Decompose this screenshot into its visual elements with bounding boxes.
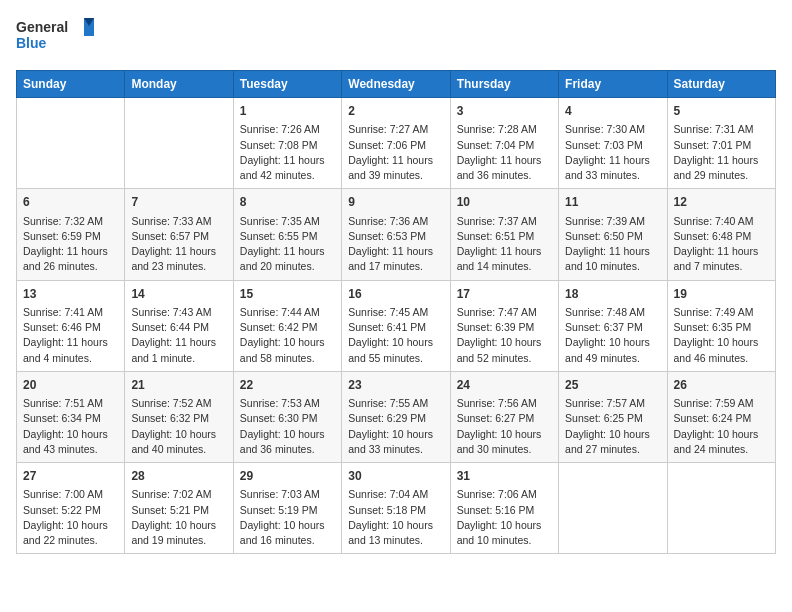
- sunrise-text: Sunrise: 7:28 AM: [457, 122, 552, 137]
- sunrise-text: Sunrise: 7:00 AM: [23, 487, 118, 502]
- svg-text:General: General: [16, 19, 68, 35]
- sunrise-text: Sunrise: 7:44 AM: [240, 305, 335, 320]
- calendar-cell: [125, 98, 233, 189]
- sunset-text: Sunset: 6:46 PM: [23, 320, 118, 335]
- day-number: 20: [23, 377, 118, 394]
- sunrise-text: Sunrise: 7:26 AM: [240, 122, 335, 137]
- sunset-text: Sunset: 6:53 PM: [348, 229, 443, 244]
- daylight-text: Daylight: 10 hours and 43 minutes.: [23, 427, 118, 457]
- daylight-text: Daylight: 10 hours and 58 minutes.: [240, 335, 335, 365]
- day-number: 30: [348, 468, 443, 485]
- sunset-text: Sunset: 7:03 PM: [565, 138, 660, 153]
- calendar-cell: 14Sunrise: 7:43 AMSunset: 6:44 PMDayligh…: [125, 280, 233, 371]
- daylight-text: Daylight: 10 hours and 10 minutes.: [457, 518, 552, 548]
- sunset-text: Sunset: 6:59 PM: [23, 229, 118, 244]
- day-number: 9: [348, 194, 443, 211]
- calendar-cell: 22Sunrise: 7:53 AMSunset: 6:30 PMDayligh…: [233, 371, 341, 462]
- sunset-text: Sunset: 7:08 PM: [240, 138, 335, 153]
- calendar-cell: 10Sunrise: 7:37 AMSunset: 6:51 PMDayligh…: [450, 189, 558, 280]
- calendar-cell: 23Sunrise: 7:55 AMSunset: 6:29 PMDayligh…: [342, 371, 450, 462]
- daylight-text: Daylight: 11 hours and 4 minutes.: [23, 335, 118, 365]
- sunrise-text: Sunrise: 7:56 AM: [457, 396, 552, 411]
- day-number: 19: [674, 286, 769, 303]
- logo-svg: General Blue: [16, 16, 96, 58]
- calendar-cell: 16Sunrise: 7:45 AMSunset: 6:41 PMDayligh…: [342, 280, 450, 371]
- sunset-text: Sunset: 6:48 PM: [674, 229, 769, 244]
- day-number: 15: [240, 286, 335, 303]
- daylight-text: Daylight: 10 hours and 52 minutes.: [457, 335, 552, 365]
- day-number: 10: [457, 194, 552, 211]
- calendar-header: SundayMondayTuesdayWednesdayThursdayFrid…: [17, 71, 776, 98]
- daylight-text: Daylight: 11 hours and 26 minutes.: [23, 244, 118, 274]
- calendar-cell: 11Sunrise: 7:39 AMSunset: 6:50 PMDayligh…: [559, 189, 667, 280]
- sunset-text: Sunset: 6:55 PM: [240, 229, 335, 244]
- week-row-4: 20Sunrise: 7:51 AMSunset: 6:34 PMDayligh…: [17, 371, 776, 462]
- column-header-thursday: Thursday: [450, 71, 558, 98]
- calendar-cell: 30Sunrise: 7:04 AMSunset: 5:18 PMDayligh…: [342, 463, 450, 554]
- day-number: 31: [457, 468, 552, 485]
- column-header-monday: Monday: [125, 71, 233, 98]
- sunrise-text: Sunrise: 7:02 AM: [131, 487, 226, 502]
- sunset-text: Sunset: 6:34 PM: [23, 411, 118, 426]
- sunset-text: Sunset: 5:22 PM: [23, 503, 118, 518]
- sunrise-text: Sunrise: 7:35 AM: [240, 214, 335, 229]
- day-number: 27: [23, 468, 118, 485]
- day-number: 13: [23, 286, 118, 303]
- daylight-text: Daylight: 10 hours and 22 minutes.: [23, 518, 118, 548]
- sunset-text: Sunset: 6:35 PM: [674, 320, 769, 335]
- day-number: 3: [457, 103, 552, 120]
- week-row-5: 27Sunrise: 7:00 AMSunset: 5:22 PMDayligh…: [17, 463, 776, 554]
- daylight-text: Daylight: 10 hours and 33 minutes.: [348, 427, 443, 457]
- daylight-text: Daylight: 10 hours and 13 minutes.: [348, 518, 443, 548]
- week-row-3: 13Sunrise: 7:41 AMSunset: 6:46 PMDayligh…: [17, 280, 776, 371]
- day-number: 24: [457, 377, 552, 394]
- sunset-text: Sunset: 6:25 PM: [565, 411, 660, 426]
- calendar-cell: 21Sunrise: 7:52 AMSunset: 6:32 PMDayligh…: [125, 371, 233, 462]
- sunset-text: Sunset: 6:24 PM: [674, 411, 769, 426]
- day-number: 25: [565, 377, 660, 394]
- daylight-text: Daylight: 10 hours and 55 minutes.: [348, 335, 443, 365]
- calendar-cell: 5Sunrise: 7:31 AMSunset: 7:01 PMDaylight…: [667, 98, 775, 189]
- calendar-cell: 17Sunrise: 7:47 AMSunset: 6:39 PMDayligh…: [450, 280, 558, 371]
- day-number: 26: [674, 377, 769, 394]
- sunrise-text: Sunrise: 7:43 AM: [131, 305, 226, 320]
- day-number: 18: [565, 286, 660, 303]
- sunrise-text: Sunrise: 7:03 AM: [240, 487, 335, 502]
- sunset-text: Sunset: 6:42 PM: [240, 320, 335, 335]
- calendar-cell: 24Sunrise: 7:56 AMSunset: 6:27 PMDayligh…: [450, 371, 558, 462]
- sunset-text: Sunset: 7:01 PM: [674, 138, 769, 153]
- page-header: General Blue: [16, 16, 776, 58]
- daylight-text: Daylight: 11 hours and 20 minutes.: [240, 244, 335, 274]
- sunrise-text: Sunrise: 7:31 AM: [674, 122, 769, 137]
- day-number: 14: [131, 286, 226, 303]
- calendar-cell: 29Sunrise: 7:03 AMSunset: 5:19 PMDayligh…: [233, 463, 341, 554]
- calendar-cell: 15Sunrise: 7:44 AMSunset: 6:42 PMDayligh…: [233, 280, 341, 371]
- day-number: 28: [131, 468, 226, 485]
- calendar-cell: 27Sunrise: 7:00 AMSunset: 5:22 PMDayligh…: [17, 463, 125, 554]
- calendar-cell: [559, 463, 667, 554]
- day-number: 17: [457, 286, 552, 303]
- sunrise-text: Sunrise: 7:48 AM: [565, 305, 660, 320]
- daylight-text: Daylight: 10 hours and 30 minutes.: [457, 427, 552, 457]
- daylight-text: Daylight: 11 hours and 14 minutes.: [457, 244, 552, 274]
- calendar-cell: 7Sunrise: 7:33 AMSunset: 6:57 PMDaylight…: [125, 189, 233, 280]
- sunset-text: Sunset: 6:32 PM: [131, 411, 226, 426]
- sunset-text: Sunset: 5:16 PM: [457, 503, 552, 518]
- column-header-tuesday: Tuesday: [233, 71, 341, 98]
- sunset-text: Sunset: 6:37 PM: [565, 320, 660, 335]
- daylight-text: Daylight: 10 hours and 19 minutes.: [131, 518, 226, 548]
- sunrise-text: Sunrise: 7:04 AM: [348, 487, 443, 502]
- day-number: 21: [131, 377, 226, 394]
- sunrise-text: Sunrise: 7:37 AM: [457, 214, 552, 229]
- sunset-text: Sunset: 6:27 PM: [457, 411, 552, 426]
- day-number: 6: [23, 194, 118, 211]
- sunrise-text: Sunrise: 7:36 AM: [348, 214, 443, 229]
- sunset-text: Sunset: 5:21 PM: [131, 503, 226, 518]
- calendar-cell: 26Sunrise: 7:59 AMSunset: 6:24 PMDayligh…: [667, 371, 775, 462]
- calendar-cell: 9Sunrise: 7:36 AMSunset: 6:53 PMDaylight…: [342, 189, 450, 280]
- sunrise-text: Sunrise: 7:52 AM: [131, 396, 226, 411]
- week-row-1: 1Sunrise: 7:26 AMSunset: 7:08 PMDaylight…: [17, 98, 776, 189]
- calendar-cell: 1Sunrise: 7:26 AMSunset: 7:08 PMDaylight…: [233, 98, 341, 189]
- sunrise-text: Sunrise: 7:55 AM: [348, 396, 443, 411]
- sunrise-text: Sunrise: 7:45 AM: [348, 305, 443, 320]
